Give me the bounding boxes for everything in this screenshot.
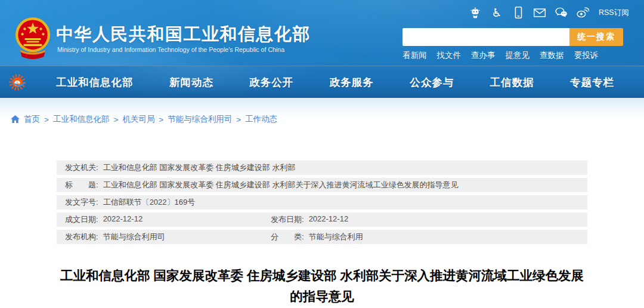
search-button[interactable]: 统一搜索 [569, 28, 623, 46]
mobile-icon[interactable] [512, 6, 525, 19]
nav-item-news[interactable]: 新闻动态 [169, 75, 213, 90]
meta-row-doc-number: 发文字号: 工信部联节〔2022〕169号 [57, 195, 587, 210]
accessibility-icon[interactable]: ♿ [490, 6, 503, 19]
quick-link-data[interactable]: 查数据 [540, 50, 564, 61]
breadcrumb-separator: > [113, 115, 118, 124]
meta-label: 发布日期: [271, 214, 304, 225]
main-nav: e 工业和信息化部 新闻动态 政务公开 政务服务 公众参与 工信数据 专题专栏 [0, 66, 644, 98]
meta-row-title: 标 题: 工业和信息化部 国家发展改革委 住房城乡建设部 水利部关于深入推进黄河… [57, 178, 587, 192]
breadcrumb-departments[interactable]: 机关司局 [122, 114, 154, 125]
national-emblem-icon [14, 15, 51, 61]
nav-item-public-participation[interactable]: 公众参与 [410, 75, 454, 90]
quick-link-complaint[interactable]: 要投诉 [574, 50, 599, 61]
breadcrumb-separator: > [159, 115, 163, 124]
article-title: 工业和信息化部 国家发展改革委 住房城乡建设部 水利部关于深入推进黄河流域工业绿… [58, 266, 586, 307]
rss-subscribe-link[interactable]: RSS订阅 [599, 8, 629, 18]
quick-links: 看新闻 找文件 查办事 提意见 查数据 要投诉 [402, 50, 598, 61]
quick-link-feedback[interactable]: 提意见 [506, 50, 530, 61]
meta-label: 成文日期: [65, 214, 98, 225]
site-header: 中华人民共和国工业和信息化部 Ministry of Industry and … [0, 0, 644, 66]
meta-label: 发文字号: [65, 197, 98, 208]
breadcrumb-work-updates[interactable]: 工作动态 [245, 114, 277, 125]
meta-label: 分 类: [271, 232, 304, 242]
site-subtitle: Ministry of Industry and Information Tec… [57, 46, 284, 53]
search-input[interactable] [402, 28, 569, 46]
meta-value: 节能与综合利用 [309, 232, 363, 242]
breadcrumb-energy-dept[interactable]: 节能与综合利用司 [168, 114, 232, 125]
miit-e-logo-icon: e [7, 72, 27, 93]
meta-value: 工信部联节〔2022〕169号 [103, 197, 196, 208]
quick-link-services[interactable]: 查办事 [471, 50, 496, 61]
search-bar: 统一搜索 [402, 28, 623, 46]
document-meta-table: 发文机关: 工业和信息化部 国家发展改革委 住房城乡建设部 水利部 标 题: 工… [57, 161, 587, 244]
nav-item-miit[interactable]: 工业和信息化部 [56, 75, 134, 90]
breadcrumb-separator: > [236, 115, 241, 124]
meta-row-dates: 成文日期: 2022-12-12 发布日期: 2022-12-12 [57, 212, 587, 227]
breadcrumb-home[interactable]: 首页 [24, 114, 40, 125]
utility-icon-bar: ♿ [469, 5, 629, 20]
ai-robot-icon[interactable] [469, 6, 482, 19]
site-title: 中华人民共和国工业和信息化部 [56, 23, 311, 47]
breadcrumb-zone: 首页 > 工业和信息化部 > 机关司局 > 节能与综合利用司 > 工作动态 [0, 98, 644, 133]
nav-items: 工业和信息化部 新闻动态 政务公开 政务服务 公众参与 工信数据 专题专栏 [27, 75, 644, 90]
mail-icon[interactable] [533, 6, 546, 19]
meta-value: 节能与综合利用司 [103, 232, 165, 242]
meta-value: 工业和信息化部 国家发展改革委 住房城乡建设部 水利部关于深入推进黄河流域工业绿… [103, 180, 459, 190]
quick-link-files[interactable]: 找文件 [437, 50, 462, 61]
svg-text:e: e [14, 76, 21, 88]
home-icon[interactable] [11, 115, 20, 124]
nav-item-gov-disclosure[interactable]: 政务公开 [249, 75, 293, 90]
nav-item-special-columns[interactable]: 专题专栏 [570, 75, 614, 90]
meta-value: 工业和信息化部 国家发展改革委 住房城乡建设部 水利部 [103, 162, 296, 173]
meta-label: 发文机关: [65, 162, 98, 173]
meta-value: 2022-12-12 [309, 214, 349, 225]
meta-row-publisher: 发布机构: 节能与综合利用司 分 类: 节能与综合利用 [57, 230, 587, 244]
meta-label: 发布机构: [65, 232, 98, 242]
quick-link-news[interactable]: 看新闻 [402, 50, 427, 61]
meta-row-issuing-agency: 发文机关: 工业和信息化部 国家发展改革委 住房城乡建设部 水利部 [57, 161, 587, 175]
meta-label: 标 题: [65, 180, 98, 190]
breadcrumb: 首页 > 工业和信息化部 > 机关司局 > 节能与综合利用司 > 工作动态 [0, 98, 644, 125]
nav-item-gov-services[interactable]: 政务服务 [330, 75, 374, 90]
nav-item-miit-data[interactable]: 工信数据 [490, 75, 534, 90]
wechat-icon[interactable] [555, 6, 568, 19]
breadcrumb-separator: > [44, 115, 49, 124]
weibo-icon[interactable] [576, 6, 589, 19]
breadcrumb-miit[interactable]: 工业和信息化部 [53, 114, 110, 125]
meta-value: 2022-12-12 [103, 214, 143, 225]
